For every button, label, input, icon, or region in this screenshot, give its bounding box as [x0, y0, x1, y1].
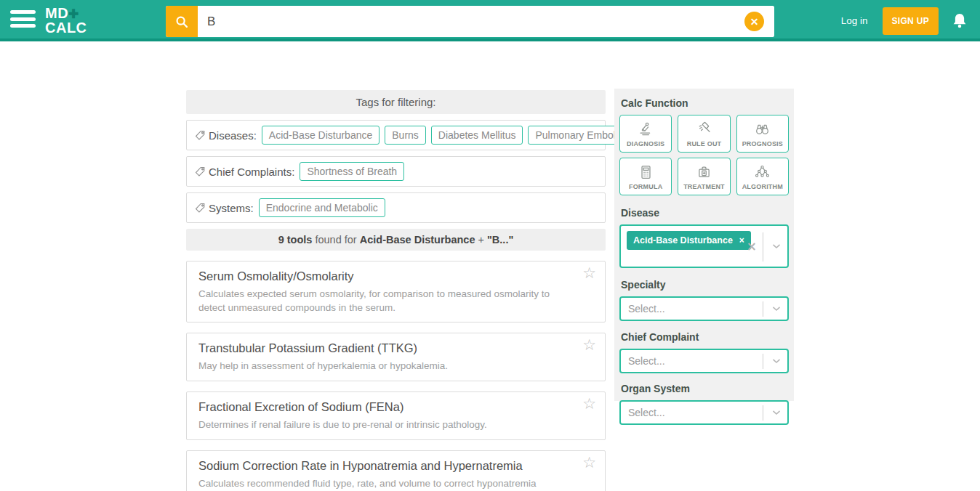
logo-md: MD — [45, 5, 68, 21]
diagnosis-filter-button[interactable]: DIAGNOSIS — [619, 115, 672, 153]
search-icon — [174, 14, 190, 30]
select-placeholder: Select... — [621, 355, 665, 367]
tool-description: Determines if renal failure is due to pr… — [198, 418, 554, 432]
tool-title: Serum Osmolality/Osmolarity — [198, 269, 554, 283]
mdcalc-logo[interactable]: MD✚ CALC — [45, 7, 87, 35]
favorite-star-icon[interactable]: ☆ — [582, 338, 596, 353]
tag-icon — [194, 129, 206, 142]
logo-calc: CALC — [45, 21, 87, 35]
chief-complaint-label: Chief Complaint — [621, 331, 789, 343]
remove-tag-icon[interactable]: × — [739, 235, 744, 246]
favorite-star-icon[interactable]: ☆ — [582, 397, 596, 412]
tool-card[interactable]: Serum Osmolality/Osmolarity Calculates e… — [186, 261, 606, 322]
specialty-label: Specialty — [621, 279, 789, 291]
chief-complaint-tag[interactable]: Shortness of Breath — [300, 162, 404, 181]
search-clear-button[interactable]: ✕ — [744, 12, 764, 31]
search-input[interactable] — [198, 6, 774, 37]
chevron-down-icon[interactable] — [771, 355, 782, 367]
search-button[interactable] — [166, 6, 198, 37]
chief-complaint-select[interactable]: Select... — [619, 349, 789, 373]
results-query: "B..." — [487, 234, 513, 246]
hamburger-menu-icon[interactable] — [10, 10, 36, 31]
favorite-star-icon[interactable]: ☆ — [582, 266, 596, 281]
chief-complaints-filter-row: Chief Complaints: Shortness of Breath — [186, 156, 606, 187]
tool-title: Sodium Correction Rate in Hyponatremia a… — [198, 459, 554, 473]
disease-label: Disease — [621, 207, 789, 219]
filter-sidebar: Calc Function DIAGNOSIS RULE — [614, 89, 794, 401]
tool-card[interactable]: Sodium Correction Rate in Hyponatremia a… — [186, 450, 606, 491]
formula-filter-button[interactable]: FORMULA — [619, 158, 672, 195]
medical-bag-icon — [695, 163, 713, 182]
select-divider — [763, 405, 763, 421]
account-area: Log in SIGN UP — [841, 0, 970, 41]
algorithm-filter-button[interactable]: ALGORITHM — [736, 158, 789, 195]
treatment-filter-button[interactable]: TREATMENT — [678, 158, 730, 195]
specialty-select[interactable]: Select... — [619, 296, 789, 321]
gavel-icon — [695, 121, 713, 139]
login-link[interactable]: Log in — [841, 15, 868, 26]
select-divider — [763, 354, 763, 369]
systems-filter-row: Systems: Endocrine and Metabolic — [186, 192, 606, 223]
tool-card[interactable]: Transtubular Potassium Gradient (TTKG) M… — [186, 333, 606, 381]
favorite-star-icon[interactable]: ☆ — [582, 455, 596, 471]
selected-disease-pill: Acid-Base Disturbance × — [627, 231, 751, 250]
disease-select[interactable]: Acid-Base Disturbance × × — [619, 224, 789, 268]
chief-complaints-label: Chief Complaints: — [194, 166, 294, 178]
select-divider — [763, 301, 763, 317]
tool-description: Calculates expected serum osmolarity, fo… — [198, 288, 554, 315]
tool-card[interactable]: Fractional Excretion of Sodium (FENa) De… — [186, 391, 606, 440]
tag-icon — [194, 202, 206, 214]
chevron-down-icon[interactable] — [771, 240, 782, 252]
microscope-icon — [637, 121, 655, 139]
results-count: 9 tools — [278, 234, 313, 246]
disease-tag[interactable]: Burns — [385, 126, 426, 145]
tags-for-filtering-header: Tags for filtering: — [186, 90, 606, 114]
tool-title: Fractional Excretion of Sodium (FENa) — [198, 400, 554, 414]
rule-out-filter-button[interactable]: RULE OUT — [678, 115, 730, 153]
organ-system-select[interactable]: Select... — [619, 400, 789, 425]
top-navbar: MD✚ CALC ✕ Log in SIGN UP — [0, 0, 980, 41]
system-tag[interactable]: Endocrine and Metabolic — [259, 198, 385, 217]
disease-tag[interactable]: Diabetes Mellitus — [431, 126, 523, 145]
calculator-icon — [637, 163, 655, 182]
clear-select-icon[interactable]: × — [747, 239, 757, 253]
tool-description: Calculates recommended fluid type, rate,… — [198, 477, 554, 491]
tag-icon — [194, 166, 206, 178]
select-placeholder: Select... — [621, 303, 665, 315]
systems-label: Systems: — [194, 202, 254, 214]
disease-tag[interactable]: Acid-Base Disturbance — [262, 126, 379, 145]
chevron-down-icon[interactable] — [771, 407, 782, 418]
diseases-filter-row: Diseases: Acid-Base Disturbance Burns Di… — [186, 120, 606, 150]
results-filter-name: Acid-Base Disturbance — [360, 234, 475, 246]
chevron-down-icon[interactable] — [771, 303, 782, 315]
select-divider — [763, 232, 763, 261]
diseases-label: Diseases: — [194, 129, 257, 142]
prognosis-filter-button[interactable]: PROGNOSIS — [736, 115, 789, 153]
network-icon — [753, 163, 771, 182]
results-count-bar: 9 tools found for Acid-Base Disturbance … — [186, 229, 606, 251]
tool-description: May help in assessment of hyperkalemia o… — [198, 360, 554, 373]
organ-system-label: Organ System — [621, 383, 789, 394]
search-bar — [166, 6, 774, 37]
calc-function-label: Calc Function — [621, 97, 789, 109]
calc-function-grid: DIAGNOSIS RULE OUT PROGNOSIS — [619, 115, 789, 195]
select-placeholder: Select... — [621, 407, 665, 418]
notification-bell-icon[interactable] — [949, 10, 970, 32]
tool-title: Transtubular Potassium Gradient (TTKG) — [198, 341, 554, 355]
close-icon: ✕ — [750, 16, 759, 28]
results-column: Tags for filtering: Diseases: Acid-Base … — [186, 90, 606, 491]
signup-button[interactable]: SIGN UP — [883, 7, 939, 35]
binoculars-icon — [753, 121, 771, 139]
